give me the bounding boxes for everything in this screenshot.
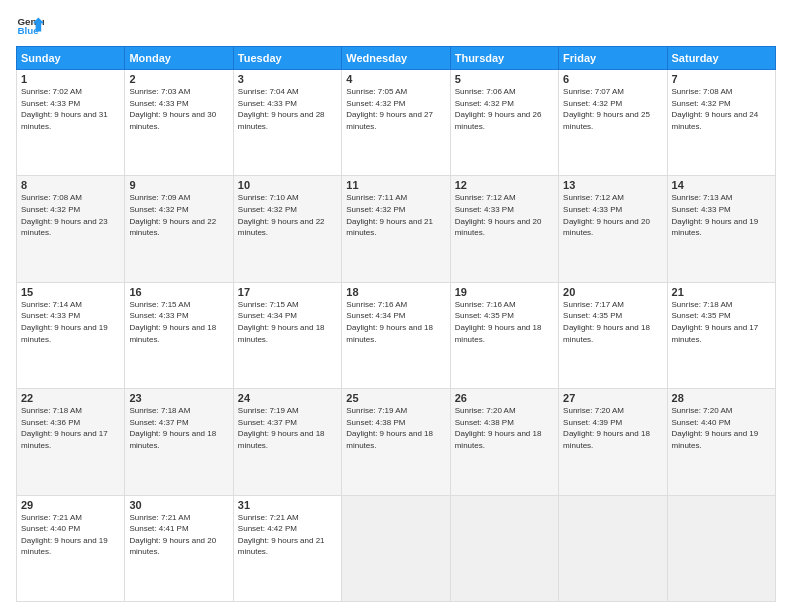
header: General Blue [16, 12, 776, 40]
day-cell-19: 19 Sunrise: 7:16 AMSunset: 4:35 PMDaylig… [450, 282, 558, 388]
day-cell-12: 12 Sunrise: 7:12 AMSunset: 4:33 PMDaylig… [450, 176, 558, 282]
day-number: 13 [563, 179, 662, 191]
day-cell-5: 5 Sunrise: 7:06 AMSunset: 4:32 PMDayligh… [450, 70, 558, 176]
day-cell-25: 25 Sunrise: 7:19 AMSunset: 4:38 PMDaylig… [342, 389, 450, 495]
logo-icon: General Blue [16, 12, 44, 40]
day-number: 10 [238, 179, 337, 191]
day-info: Sunrise: 7:21 AMSunset: 4:41 PMDaylight:… [129, 513, 216, 557]
day-number: 11 [346, 179, 445, 191]
day-number: 26 [455, 392, 554, 404]
day-cell-21: 21 Sunrise: 7:18 AMSunset: 4:35 PMDaylig… [667, 282, 775, 388]
empty-cell [667, 495, 775, 601]
day-info: Sunrise: 7:12 AMSunset: 4:33 PMDaylight:… [455, 193, 542, 237]
day-number: 18 [346, 286, 445, 298]
day-cell-9: 9 Sunrise: 7:09 AMSunset: 4:32 PMDayligh… [125, 176, 233, 282]
day-cell-29: 29 Sunrise: 7:21 AMSunset: 4:40 PMDaylig… [17, 495, 125, 601]
day-cell-2: 2 Sunrise: 7:03 AMSunset: 4:33 PMDayligh… [125, 70, 233, 176]
day-number: 27 [563, 392, 662, 404]
day-cell-27: 27 Sunrise: 7:20 AMSunset: 4:39 PMDaylig… [559, 389, 667, 495]
week-row-5: 29 Sunrise: 7:21 AMSunset: 4:40 PMDaylig… [17, 495, 776, 601]
day-number: 2 [129, 73, 228, 85]
col-header-saturday: Saturday [667, 47, 775, 70]
day-number: 6 [563, 73, 662, 85]
day-info: Sunrise: 7:12 AMSunset: 4:33 PMDaylight:… [563, 193, 650, 237]
logo: General Blue [16, 12, 47, 40]
day-number: 15 [21, 286, 120, 298]
col-header-thursday: Thursday [450, 47, 558, 70]
day-cell-8: 8 Sunrise: 7:08 AMSunset: 4:32 PMDayligh… [17, 176, 125, 282]
week-row-3: 15 Sunrise: 7:14 AMSunset: 4:33 PMDaylig… [17, 282, 776, 388]
empty-cell [342, 495, 450, 601]
col-header-friday: Friday [559, 47, 667, 70]
day-cell-17: 17 Sunrise: 7:15 AMSunset: 4:34 PMDaylig… [233, 282, 341, 388]
col-header-monday: Monday [125, 47, 233, 70]
day-number: 1 [21, 73, 120, 85]
day-number: 3 [238, 73, 337, 85]
col-header-tuesday: Tuesday [233, 47, 341, 70]
day-number: 17 [238, 286, 337, 298]
day-info: Sunrise: 7:14 AMSunset: 4:33 PMDaylight:… [21, 300, 108, 344]
day-info: Sunrise: 7:11 AMSunset: 4:32 PMDaylight:… [346, 193, 433, 237]
day-cell-6: 6 Sunrise: 7:07 AMSunset: 4:32 PMDayligh… [559, 70, 667, 176]
week-row-1: 1 Sunrise: 7:02 AMSunset: 4:33 PMDayligh… [17, 70, 776, 176]
day-info: Sunrise: 7:21 AMSunset: 4:42 PMDaylight:… [238, 513, 325, 557]
day-cell-28: 28 Sunrise: 7:20 AMSunset: 4:40 PMDaylig… [667, 389, 775, 495]
calendar-header-row: SundayMondayTuesdayWednesdayThursdayFrid… [17, 47, 776, 70]
day-number: 28 [672, 392, 771, 404]
day-info: Sunrise: 7:13 AMSunset: 4:33 PMDaylight:… [672, 193, 759, 237]
day-info: Sunrise: 7:18 AMSunset: 4:37 PMDaylight:… [129, 406, 216, 450]
day-number: 24 [238, 392, 337, 404]
day-cell-18: 18 Sunrise: 7:16 AMSunset: 4:34 PMDaylig… [342, 282, 450, 388]
week-row-2: 8 Sunrise: 7:08 AMSunset: 4:32 PMDayligh… [17, 176, 776, 282]
day-number: 25 [346, 392, 445, 404]
day-info: Sunrise: 7:02 AMSunset: 4:33 PMDaylight:… [21, 87, 108, 131]
day-number: 12 [455, 179, 554, 191]
day-info: Sunrise: 7:08 AMSunset: 4:32 PMDaylight:… [672, 87, 759, 131]
day-cell-15: 15 Sunrise: 7:14 AMSunset: 4:33 PMDaylig… [17, 282, 125, 388]
day-info: Sunrise: 7:03 AMSunset: 4:33 PMDaylight:… [129, 87, 216, 131]
day-info: Sunrise: 7:09 AMSunset: 4:32 PMDaylight:… [129, 193, 216, 237]
day-info: Sunrise: 7:07 AMSunset: 4:32 PMDaylight:… [563, 87, 650, 131]
day-cell-14: 14 Sunrise: 7:13 AMSunset: 4:33 PMDaylig… [667, 176, 775, 282]
day-cell-3: 3 Sunrise: 7:04 AMSunset: 4:33 PMDayligh… [233, 70, 341, 176]
empty-cell [450, 495, 558, 601]
empty-cell [559, 495, 667, 601]
day-cell-11: 11 Sunrise: 7:11 AMSunset: 4:32 PMDaylig… [342, 176, 450, 282]
day-number: 29 [21, 499, 120, 511]
day-number: 19 [455, 286, 554, 298]
calendar-table: SundayMondayTuesdayWednesdayThursdayFrid… [16, 46, 776, 602]
day-info: Sunrise: 7:20 AMSunset: 4:39 PMDaylight:… [563, 406, 650, 450]
day-cell-10: 10 Sunrise: 7:10 AMSunset: 4:32 PMDaylig… [233, 176, 341, 282]
day-number: 22 [21, 392, 120, 404]
day-cell-22: 22 Sunrise: 7:18 AMSunset: 4:36 PMDaylig… [17, 389, 125, 495]
day-info: Sunrise: 7:18 AMSunset: 4:36 PMDaylight:… [21, 406, 108, 450]
day-number: 16 [129, 286, 228, 298]
day-number: 4 [346, 73, 445, 85]
day-info: Sunrise: 7:20 AMSunset: 4:40 PMDaylight:… [672, 406, 759, 450]
day-number: 14 [672, 179, 771, 191]
day-cell-31: 31 Sunrise: 7:21 AMSunset: 4:42 PMDaylig… [233, 495, 341, 601]
day-info: Sunrise: 7:15 AMSunset: 4:34 PMDaylight:… [238, 300, 325, 344]
col-header-wednesday: Wednesday [342, 47, 450, 70]
day-info: Sunrise: 7:06 AMSunset: 4:32 PMDaylight:… [455, 87, 542, 131]
day-info: Sunrise: 7:16 AMSunset: 4:34 PMDaylight:… [346, 300, 433, 344]
day-cell-13: 13 Sunrise: 7:12 AMSunset: 4:33 PMDaylig… [559, 176, 667, 282]
day-cell-24: 24 Sunrise: 7:19 AMSunset: 4:37 PMDaylig… [233, 389, 341, 495]
day-info: Sunrise: 7:05 AMSunset: 4:32 PMDaylight:… [346, 87, 433, 131]
day-number: 7 [672, 73, 771, 85]
day-number: 31 [238, 499, 337, 511]
day-info: Sunrise: 7:04 AMSunset: 4:33 PMDaylight:… [238, 87, 325, 131]
day-cell-30: 30 Sunrise: 7:21 AMSunset: 4:41 PMDaylig… [125, 495, 233, 601]
day-number: 8 [21, 179, 120, 191]
day-cell-7: 7 Sunrise: 7:08 AMSunset: 4:32 PMDayligh… [667, 70, 775, 176]
day-info: Sunrise: 7:18 AMSunset: 4:35 PMDaylight:… [672, 300, 759, 344]
day-cell-1: 1 Sunrise: 7:02 AMSunset: 4:33 PMDayligh… [17, 70, 125, 176]
day-number: 23 [129, 392, 228, 404]
day-info: Sunrise: 7:20 AMSunset: 4:38 PMDaylight:… [455, 406, 542, 450]
day-cell-20: 20 Sunrise: 7:17 AMSunset: 4:35 PMDaylig… [559, 282, 667, 388]
week-row-4: 22 Sunrise: 7:18 AMSunset: 4:36 PMDaylig… [17, 389, 776, 495]
day-info: Sunrise: 7:15 AMSunset: 4:33 PMDaylight:… [129, 300, 216, 344]
day-cell-4: 4 Sunrise: 7:05 AMSunset: 4:32 PMDayligh… [342, 70, 450, 176]
day-cell-26: 26 Sunrise: 7:20 AMSunset: 4:38 PMDaylig… [450, 389, 558, 495]
day-number: 9 [129, 179, 228, 191]
